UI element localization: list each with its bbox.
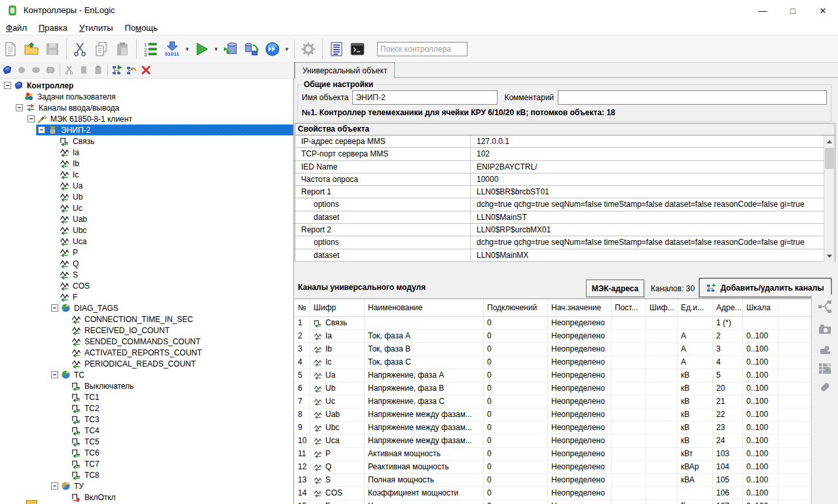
tree-item-s[interactable]: S [0,269,293,280]
tree-item-f[interactable]: F [0,291,293,302]
tree-expander[interactable] [51,482,58,490]
tree-expander[interactable] [4,82,11,89]
copy-button[interactable] [91,39,112,60]
menu-utilities[interactable]: Утилиты [73,21,119,35]
channel-row[interactable]: 11PАктивная мощность0НеопределенокВт1030… [295,448,811,461]
tree-item-tc7[interactable]: ТС7 [0,458,293,469]
tree-item-tc3[interactable]: ТС3 [0,414,293,425]
collapse-tree-button[interactable] [124,63,139,77]
channel-row[interactable]: 6UbНапряжение, фаза В0НеопределенокВ200.… [295,382,811,395]
expand-tree-button[interactable] [110,63,124,77]
tree-item-q[interactable]: Q [0,258,293,269]
channel-row[interactable]: 9UbcНапряжение между фазам...0Неопределе… [295,422,811,435]
tree-item-sended-commands-count[interactable]: SENDED_COMMANDS_COUNT [0,336,293,347]
tree-item-connection-time-in-sec[interactable]: CONNECTION_TIME_IN_SEC [0,314,293,325]
tree-item-uab[interactable]: Uab [0,213,293,225]
scroll-thumb[interactable] [825,148,834,169]
tree-item-tc1[interactable]: ТС1 [0,391,293,403]
fast-run-button[interactable] [262,39,283,60]
object-name-input[interactable] [352,90,498,105]
tree-item-uca[interactable]: Uca [0,236,293,247]
sync-db-button[interactable] [241,39,262,60]
minimize-button[interactable]: — [748,0,778,21]
channel-row[interactable]: 15FЧастота0НеопределеноГц1070..100 [295,500,811,504]
new-button[interactable] [0,39,21,60]
add-controller-button[interactable] [0,63,14,77]
tree-item-vyklyuchatel[interactable]: Выключатель [0,380,293,391]
add-group-button[interactable] [29,63,43,77]
load-binary-button[interactable]: 01011 [161,39,183,60]
tree-item-p[interactable]: P [0,247,293,258]
channel-row[interactable]: 10UcaНапряжение между фазам...0Неопредел… [295,435,811,448]
close-button[interactable]: ✕ [808,0,838,21]
tree-item-tc8[interactable]: ТС8 [0,469,293,480]
tree-item-cos[interactable]: COS [0,280,293,291]
tree-expander[interactable] [51,371,58,378]
tree-item-tc2[interactable]: ТС2 [0,403,293,414]
tree-item-uc[interactable]: Uc [0,202,293,213]
puzzle-button[interactable] [818,343,832,357]
tree-expander[interactable] [27,115,35,122]
iec-addresses-button[interactable]: МЭК-адреса [586,279,644,297]
channel-row[interactable]: 12QРеактивная мощность0НеопределенокВАр1… [295,461,811,474]
run-dropdown-caret[interactable]: ▾ [212,46,220,52]
cut-node-button[interactable] [62,63,77,77]
tree-item-activated-reports-count[interactable]: ACTIVATED_REPORTS_COUNT [0,347,293,358]
channel-row[interactable]: 13SПолная мощность0НеопределенокВА1050..… [295,474,811,487]
tree-item-diag-tags[interactable]: DIAG_TAGS [0,302,293,314]
paste-button[interactable] [112,39,133,60]
scroll-down-button[interactable] [824,251,835,261]
comment-input[interactable] [558,90,827,105]
channel-row[interactable]: 2IaТок, фаза А0НеопределеноА20..100 [295,330,811,343]
fast-run-dropdown-caret[interactable]: ▾ [283,46,291,52]
tree-item-mek-61850-klient[interactable]: МЭК 61850-8-1 клиент [0,113,293,124]
tree-expander[interactable] [38,126,45,134]
menu-help[interactable]: Помощь [119,21,164,35]
tree-item-tc-group[interactable]: ТС [0,369,293,380]
tree-item-svyaz[interactable]: Связь [0,135,293,147]
save-button[interactable] [42,39,63,60]
channel-row[interactable]: 14COSКоэффициент мощности0Неопределено10… [295,487,811,500]
tab-universal-object[interactable]: Универсальный объект [295,62,395,79]
menu-file[interactable]: Файл [0,21,33,35]
report-button[interactable] [326,39,347,60]
tree-item-enip-2-selected[interactable]: ЭНИП-2 [0,124,293,135]
open-button[interactable] [21,39,42,60]
cut-button[interactable] [70,39,91,60]
scroll-up-button[interactable] [824,136,835,147]
camera-button[interactable] [818,322,832,336]
split-connection-button[interactable] [818,300,832,314]
tree-item-tc4[interactable]: ТС4 [0,425,293,436]
tree-item-tu-group[interactable]: ТУ [0,480,293,492]
properties-scrollbar[interactable] [824,135,835,262]
tree-item-vklotkl[interactable]: ВклОткл [0,492,293,503]
tree-item-tc5[interactable]: ТС5 [0,436,293,447]
channel-row[interactable]: 1Связь0Неопределено1 (*) [295,317,811,330]
tree-item-zadachi-polzovatelya[interactable]: Задачи пользователя [0,91,293,102]
tree-item-kanaly-vvoda-vyvoda[interactable]: Каналы ввода/вывода [0,102,293,113]
mapping-button[interactable]: 123 [140,39,161,60]
channel-row[interactable]: 4IcТок, фаза С0НеопределеноА40..100 [295,356,811,369]
export-db-button[interactable] [220,39,241,60]
maximize-button[interactable]: □ [778,0,808,21]
run-button[interactable] [191,39,212,60]
table-view-button[interactable] [818,361,832,376]
search-input[interactable] [377,42,467,56]
channel-row[interactable]: 3IbТок, фаза В0НеопределеноА30..100 [295,343,811,356]
add-object-button[interactable] [14,63,29,77]
add-module-button[interactable] [43,63,58,77]
paste-node-button[interactable] [91,63,105,77]
tree-item-ia[interactable]: Ia [0,147,293,158]
delete-node-button[interactable] [139,63,153,77]
tree-item-ib[interactable]: Ib [0,158,293,169]
tree-item-tc6[interactable]: ТС6 [0,447,293,458]
menu-edit[interactable]: Правка [33,21,73,35]
console-button[interactable] [347,39,368,60]
eraser-button[interactable] [818,380,832,394]
tree-item-received-io-count[interactable]: RECEIVED_IO_COUNT [0,325,293,336]
channel-row[interactable]: 7UcНапряжение, фаза С0НеопределенокВ210.… [295,395,811,408]
tree-item-ua[interactable]: Ua [0,180,293,191]
tree-item-periodical-reads-count[interactable]: PERIODICAL_READS_COUNT [0,358,293,369]
channel-row[interactable]: 5UaНапряжение, фаза А0НеопределенокВ50..… [295,369,811,382]
tree-item-kontroller[interactable]: Контроллер [0,80,293,91]
